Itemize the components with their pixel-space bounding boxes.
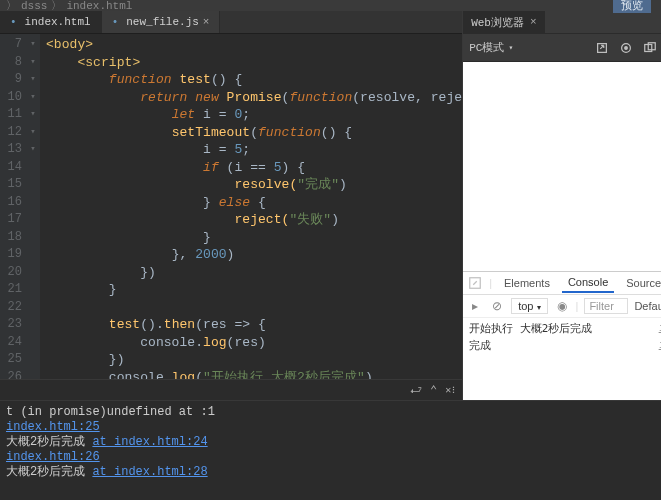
console-message: 完成 — [469, 338, 491, 353]
inspect-icon[interactable] — [467, 275, 483, 291]
tab-label: new_file.js — [126, 16, 199, 28]
close-icon[interactable]: × — [203, 16, 210, 28]
ide-console-panel: t (in promise)undefined at :1 index.html… — [0, 400, 661, 500]
chevron-down-icon: ▾ — [508, 43, 513, 52]
devtools-tab-elements[interactable]: Elements — [498, 274, 556, 292]
breadcrumb-chevron: 〉 — [6, 0, 17, 13]
breadcrumb-file[interactable]: index.html — [66, 0, 132, 12]
code-area[interactable]: <body> <script> function test() { return… — [40, 34, 462, 379]
dirty-dot-icon: • — [10, 16, 17, 28]
console-link[interactable]: at_index.html:24 — [92, 435, 207, 449]
svg-point-2 — [625, 46, 628, 49]
chevron-up-icon[interactable]: ⌃ — [430, 383, 437, 398]
breadcrumb-chevron: 〉 — [51, 0, 62, 13]
view-mode-dropdown[interactable]: PC模式 ▾ — [469, 40, 513, 55]
console-line: 大概2秒后完成 — [6, 465, 85, 479]
editor-tab[interactable]: • new_file.js × — [102, 11, 221, 33]
close-icon[interactable]: × — [530, 16, 537, 28]
devtools-tab-sources[interactable]: Sources — [620, 274, 661, 292]
tab-label: Web浏览器 — [471, 15, 524, 30]
devtools-tab-console[interactable]: Console — [562, 273, 614, 293]
tab-label: index.html — [25, 16, 91, 28]
browser-viewport[interactable] — [463, 62, 661, 271]
browser-panel-tab[interactable]: Web浏览器 × — [463, 11, 544, 33]
console-live-icon[interactable]: ◉ — [554, 298, 570, 314]
code-editor[interactable]: 7 8 9 10 11 12 13 14 15 16 17 18 19 20 2… — [0, 34, 462, 379]
devtools-panel: | Elements Console Sources » ⋮ × ▸ ⊘ top… — [463, 271, 661, 400]
breadcrumb-folder[interactable]: dsss — [21, 0, 47, 12]
dirty-dot-icon: • — [112, 16, 119, 28]
console-levels-select[interactable]: Default levels ▾ — [634, 300, 661, 313]
wrap-icon[interactable]: ⮐ — [410, 383, 422, 398]
console-sidebar-icon[interactable]: ▸ — [467, 298, 483, 314]
console-line: t (in promise)undefined at :1 — [6, 405, 655, 420]
detach-icon[interactable] — [642, 40, 658, 56]
close-icon[interactable]: ✕⫶ — [445, 384, 456, 396]
console-row: 完成 index.html:26 — [469, 337, 661, 354]
console-line: 大概2秒后完成 — [6, 435, 85, 449]
clipboard-icon[interactable] — [618, 40, 634, 56]
fold-gutter[interactable]: ▾ ▾ ▾ ▾ ▾ ▾ ▾ — [26, 34, 40, 379]
console-link[interactable]: at_index.html:28 — [92, 465, 207, 479]
console-clear-icon[interactable]: ⊘ — [489, 298, 505, 314]
editor-tab-bar: • index.html • new_file.js × — [0, 11, 462, 34]
console-link[interactable]: index.html:25 — [6, 420, 100, 434]
console-row: 开始执行 大概2秒后完成 index.html:28 — [469, 320, 661, 337]
preview-button[interactable]: 预览 — [613, 0, 651, 13]
editor-tab[interactable]: • index.html — [0, 11, 102, 33]
console-link[interactable]: index.html:26 — [6, 450, 100, 464]
console-message: 开始执行 大概2秒后完成 — [469, 321, 592, 336]
export-icon[interactable] — [594, 40, 610, 56]
line-number-gutter: 7 8 9 10 11 12 13 14 15 16 17 18 19 20 2… — [0, 34, 26, 379]
console-filter-input[interactable]: Filter — [584, 298, 628, 314]
console-context-select[interactable]: top ▾ — [511, 298, 547, 314]
